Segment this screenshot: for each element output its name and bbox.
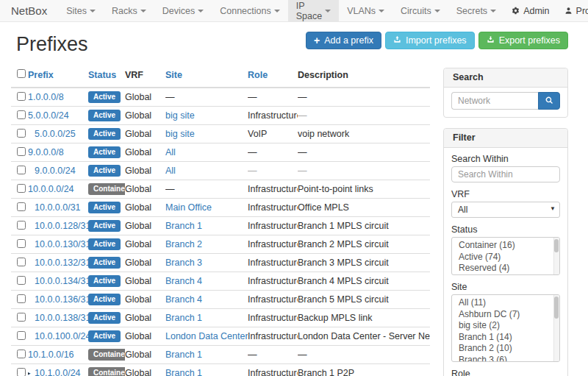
profile-link[interactable]: Profile <box>557 0 588 21</box>
row-checkbox[interactable] <box>17 166 26 174</box>
table-row: 9.0.0.0/24ActiveGlobalAll—— <box>11 162 430 180</box>
nav-item-vlans[interactable]: VLANs <box>339 0 392 21</box>
site-link[interactable]: Branch 1 <box>165 221 202 231</box>
table-row: ▸10.1.0.0/16ContainerGlobalBranch 1—— <box>11 346 430 364</box>
prefix-table: Prefix Status VRF Site Role Description … <box>11 65 430 376</box>
role-value: Infrastructure <box>248 331 298 341</box>
sort-role-header[interactable]: Role <box>248 70 268 80</box>
search-within-input[interactable] <box>451 166 560 182</box>
site-link[interactable]: London Data Center <box>165 331 248 341</box>
status-badge: Active <box>88 202 121 213</box>
row-checkbox[interactable] <box>17 92 26 101</box>
nav-item-connections[interactable]: Connections <box>212 0 288 21</box>
filter-option[interactable]: big site (2) <box>452 320 559 332</box>
role-value: Infrastructure <box>248 221 298 231</box>
row-checkbox[interactable] <box>17 147 26 156</box>
site-link[interactable]: big site <box>165 110 195 121</box>
site-link[interactable]: Branch 1 <box>165 368 202 376</box>
site-link[interactable]: big site <box>165 129 195 139</box>
filter-option[interactable]: Reserved (4) <box>452 263 559 274</box>
site-link[interactable]: Branch 3 <box>165 258 202 268</box>
prefix-link[interactable]: 9.0.0.0/24 <box>35 166 76 176</box>
sort-site-header[interactable]: Site <box>165 70 182 80</box>
site-link[interactable]: Branch 4 <box>165 276 202 286</box>
prefix-link[interactable]: 10.0.0.134/31 <box>35 276 88 286</box>
prefix-link[interactable]: 10.0.0.136/31 <box>35 294 88 305</box>
filter-option[interactable]: Deprecated (1) <box>452 274 559 276</box>
export-prefixes-button[interactable]: Export prefixes <box>478 32 568 49</box>
table-row: 1.0.0.0/8ActiveGlobal——— <box>11 88 430 107</box>
filter-option[interactable]: Branch 1 (14) <box>452 332 559 344</box>
row-checkbox[interactable] <box>17 258 26 266</box>
filter-option[interactable]: Branch 3 (6) <box>452 355 559 363</box>
site-link[interactable]: Branch 1 <box>165 313 202 323</box>
search-button[interactable] <box>538 92 560 110</box>
filter-option[interactable]: All (11) <box>452 297 559 309</box>
row-checkbox[interactable] <box>17 294 26 303</box>
row-checkbox[interactable] <box>17 368 26 376</box>
status-listbox[interactable]: Container (16)Active (74)Reserved (4)Dep… <box>451 237 560 275</box>
scrollbar-thumb[interactable] <box>554 239 559 252</box>
status-badge: Active <box>88 275 121 287</box>
add-prefix-button[interactable]: + Add a prefix <box>306 32 381 49</box>
filter-option[interactable]: Container (16) <box>452 240 559 252</box>
nav-item-sites[interactable]: Sites <box>58 0 104 21</box>
prefix-link[interactable]: 10.0.0.132/31 <box>35 258 88 268</box>
nav-item-label: VLANs <box>347 6 376 16</box>
site-link[interactable]: Main Office <box>165 202 212 213</box>
prefix-link[interactable]: 10.0.0.0/31 <box>35 202 81 213</box>
prefix-link[interactable]: 10.0.0.0/24 <box>28 184 74 194</box>
expand-arrow-icon: ▸ <box>28 369 35 376</box>
row-checkbox[interactable] <box>17 202 26 211</box>
import-prefixes-button[interactable]: Import prefixes <box>385 32 475 49</box>
status-badge: Active <box>88 165 121 177</box>
admin-link[interactable]: Admin <box>504 0 556 21</box>
filter-option[interactable]: Branch 2 (10) <box>452 343 559 355</box>
nav-item-racks[interactable]: Racks <box>104 0 154 21</box>
row-checkbox[interactable] <box>17 239 26 248</box>
prefix-link[interactable]: 10.0.0.130/31 <box>35 239 88 249</box>
prefix-link[interactable]: 10.1.0.0/16 <box>28 350 74 360</box>
sort-status-header[interactable]: Status <box>88 70 116 80</box>
prefix-link[interactable]: 10.0.100.0/24 <box>35 331 88 341</box>
search-input[interactable] <box>451 92 538 110</box>
prefix-link[interactable]: 10.0.0.128/31 <box>35 221 88 231</box>
prefix-link[interactable]: 5.0.0.0/24 <box>28 110 69 121</box>
site-link[interactable]: Branch 2 <box>165 239 202 249</box>
nav-item-circuits[interactable]: Circuits <box>392 0 448 21</box>
role-value: Infrastructure <box>248 294 298 305</box>
site-link[interactable]: All <box>165 166 176 176</box>
row-checkbox[interactable] <box>17 110 26 119</box>
row-checkbox[interactable] <box>17 331 26 340</box>
site-listbox[interactable]: All (11)Ashburn DC (7)big site (2)Branch… <box>451 294 560 362</box>
brand-link[interactable]: NetBox <box>0 0 58 21</box>
row-checkbox[interactable] <box>17 184 26 193</box>
site-link[interactable]: All <box>165 147 176 157</box>
select-all-checkbox[interactable] <box>17 69 26 78</box>
prefix-link[interactable]: 10.0.0.138/31 <box>35 313 88 323</box>
nav-item-secrets[interactable]: Secrets <box>448 0 504 21</box>
filter-option[interactable]: Active (74) <box>452 252 559 263</box>
site-link[interactable]: Branch 4 <box>165 294 202 305</box>
filter-option[interactable]: Ashburn DC (7) <box>452 309 559 321</box>
row-checkbox[interactable] <box>17 313 26 322</box>
prefix-link[interactable]: 5.0.0.0/25 <box>35 129 76 139</box>
nav-item-devices[interactable]: Devices <box>154 0 212 21</box>
vrf-value: Global <box>125 129 151 139</box>
navbar: NetBox SitesRacksDevicesConnectionsIP Sp… <box>0 0 588 22</box>
row-checkbox[interactable] <box>17 129 26 138</box>
prefix-link[interactable]: 1.0.0.0/8 <box>28 92 64 102</box>
vrf-value: Global <box>125 313 151 323</box>
sort-prefix-header[interactable]: Prefix <box>28 70 54 80</box>
vrf-select[interactable]: All ▼ <box>451 202 560 218</box>
scrollbar-thumb[interactable] <box>554 297 559 319</box>
site-filter-label: Site <box>451 282 560 292</box>
row-checkbox[interactable] <box>17 221 26 230</box>
nav-item-ip-space[interactable]: IP Space <box>288 0 339 21</box>
row-checkbox[interactable] <box>17 276 26 285</box>
prefix-link[interactable]: 10.1.0.0/24 <box>35 368 81 376</box>
prefix-link[interactable]: 9.0.0.0/8 <box>28 147 64 157</box>
site-link[interactable]: Branch 1 <box>165 350 202 360</box>
vrf-value: Global <box>125 294 151 305</box>
row-checkbox[interactable] <box>17 350 26 358</box>
